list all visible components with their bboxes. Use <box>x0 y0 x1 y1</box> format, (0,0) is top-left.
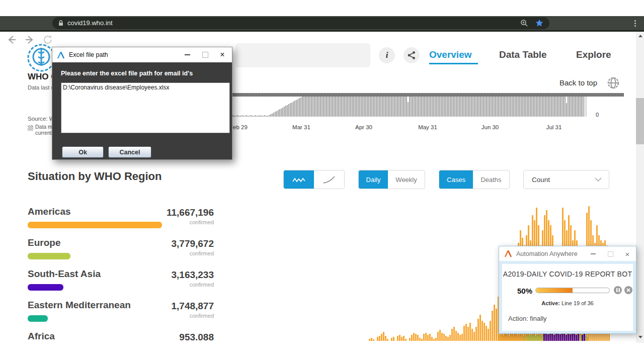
stacked-strip-bar <box>549 333 551 341</box>
chart-type-daily-button[interactable] <box>284 170 314 189</box>
brush-bar <box>486 97 487 117</box>
pause-button[interactable] <box>614 286 622 294</box>
stacked-strip-bar <box>578 334 579 341</box>
brush-bar <box>312 97 313 117</box>
tab-explore[interactable]: Explore <box>576 49 611 60</box>
brush-bar <box>418 97 419 117</box>
daily-cases-bar <box>415 334 417 341</box>
browser-menu-icon[interactable] <box>632 19 637 28</box>
brush-bar <box>420 97 421 117</box>
share-button[interactable] <box>404 47 420 63</box>
brush-bar <box>385 97 386 117</box>
brush-bar <box>465 97 466 117</box>
bookmark-star-icon[interactable] <box>535 19 543 27</box>
brush-bar <box>435 97 436 117</box>
timeline-brush-chart[interactable] <box>232 97 589 117</box>
region-name: Europe <box>28 237 60 248</box>
tab-overview-underline <box>429 63 478 64</box>
excel-dialog-prompt: Please enter the excel file path for ema… <box>61 70 193 77</box>
brush-bar <box>563 97 564 117</box>
stacked-strip-bar <box>507 335 509 341</box>
share-icon <box>407 51 416 60</box>
excel-file-path-dialog: Excel file path × Please enter the excel… <box>52 47 232 160</box>
brush-bar <box>309 97 310 117</box>
url-bar[interactable]: covid19.who.int <box>52 17 549 29</box>
search-input[interactable] <box>235 43 370 67</box>
aa-window-title: Automation Anywhere <box>516 250 578 257</box>
axis-zero-label: 0 <box>596 112 599 118</box>
stacked-strip-bar <box>588 337 589 341</box>
back-icon[interactable] <box>6 34 17 45</box>
daily-cases-bar <box>379 336 380 341</box>
stacked-strip-bar <box>557 334 559 341</box>
region-value: 11,667,196 <box>123 207 214 218</box>
brush-bar <box>275 112 276 117</box>
back-to-top-link[interactable]: Back to top <box>559 78 597 87</box>
active-label: Active: <box>541 300 560 306</box>
scroll-down-arrow[interactable] <box>638 336 642 338</box>
info-button[interactable]: i <box>379 47 395 63</box>
brush-bar <box>397 97 398 117</box>
cases-button[interactable]: Cases <box>439 170 473 189</box>
stacked-strip-bar <box>580 334 581 341</box>
brush-bar <box>267 116 268 117</box>
globe-icon[interactable] <box>607 76 620 89</box>
chart-type-cumulative-button[interactable] <box>314 170 344 189</box>
daily-cases-bar <box>486 326 487 341</box>
file-path-textarea[interactable]: D:\Coronavirus disease\Employees.xlsx <box>61 82 230 133</box>
brush-bar <box>569 97 570 117</box>
ok-button[interactable]: Ok <box>62 146 104 158</box>
daily-cases-bar <box>473 332 475 341</box>
stacked-strip-bar <box>547 334 549 341</box>
excel-minimize-button[interactable] <box>179 47 196 62</box>
stacked-strip-bar <box>529 335 531 341</box>
brush-bar <box>392 97 393 117</box>
aa-maximize-button[interactable] <box>602 246 619 261</box>
daily-cases-bar <box>445 336 447 341</box>
excel-maximize-button[interactable] <box>197 47 214 62</box>
tab-data-table[interactable]: Data Table <box>499 49 547 60</box>
brush-bar <box>478 97 479 117</box>
brush-bar <box>285 106 286 117</box>
daily-cases-bar <box>429 334 431 341</box>
brush-bar <box>498 97 499 117</box>
daily-cases-bar <box>401 337 403 341</box>
daily-cases-bar <box>419 338 421 341</box>
brush-bar <box>346 97 347 117</box>
daily-cases-bar <box>417 335 419 341</box>
tab-overview[interactable]: Overview <box>429 49 472 60</box>
daily-cases-bar <box>381 334 382 341</box>
stop-button[interactable] <box>624 286 632 294</box>
scroll-up-arrow[interactable] <box>638 35 642 37</box>
daily-cases-bar <box>373 339 374 341</box>
brush-bar <box>308 97 309 117</box>
daily-cases-bar <box>439 330 441 341</box>
daily-button[interactable]: Daily <box>359 170 388 189</box>
region-unit: confirmed <box>123 282 214 288</box>
weekly-button[interactable]: Weekly <box>388 170 425 189</box>
brush-bar <box>344 97 345 117</box>
scrollbar-thumb[interactable] <box>636 98 644 144</box>
excel-close-button[interactable]: × <box>214 47 231 62</box>
zoom-icon[interactable] <box>520 19 528 27</box>
aa-minimize-button[interactable] <box>585 246 602 261</box>
aa-close-button[interactable]: × <box>619 246 636 261</box>
deaths-button[interactable]: Deaths <box>473 170 509 189</box>
aa-progress-titlebar[interactable]: Automation Anywhere × <box>499 246 636 261</box>
brush-bar <box>269 115 270 117</box>
cancel-button[interactable]: Cancel <box>108 146 151 158</box>
stacked-strip-bar <box>555 333 557 341</box>
brush-bar <box>549 97 550 117</box>
brush-bar <box>583 97 584 117</box>
daily-cases-bar <box>383 332 384 341</box>
count-dropdown[interactable]: Count <box>523 170 609 189</box>
brush-bar <box>303 97 304 117</box>
scrollbar-track[interactable] <box>636 32 644 343</box>
brush-bar <box>459 97 460 117</box>
brush-bar <box>480 97 481 117</box>
brush-bar <box>400 97 401 117</box>
brush-bar <box>546 97 547 117</box>
daily-cases-bar <box>459 335 461 341</box>
excel-dialog-titlebar[interactable]: Excel file path × <box>52 47 232 62</box>
daily-cases-bar <box>465 324 467 341</box>
